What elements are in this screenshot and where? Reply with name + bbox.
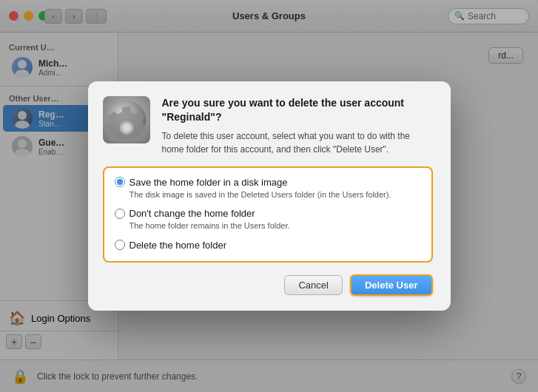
radio-save-disk[interactable] bbox=[115, 177, 125, 187]
dialog-header: Are you sure you want to delete the user… bbox=[103, 96, 433, 155]
radio-delete-home[interactable] bbox=[115, 240, 125, 250]
delete-user-dialog: Are you sure you want to delete the user… bbox=[88, 81, 451, 310]
delete-user-button[interactable]: Delete User bbox=[350, 274, 433, 296]
dialog-title-area: Are you sure you want to delete the user… bbox=[162, 96, 433, 155]
dialog-overlay: Are you sure you want to delete the user… bbox=[0, 0, 538, 392]
radio-option-save-disk: Save the home folder in a disk image The… bbox=[115, 177, 421, 200]
radio-row-save-disk: Save the home folder in a disk image bbox=[115, 177, 421, 188]
radio-desc-save-disk: The disk image is saved in the Deleted U… bbox=[130, 189, 421, 200]
radio-option-dont-change: Don't change the home folder The home fo… bbox=[115, 208, 421, 232]
svg-point-9 bbox=[123, 125, 130, 132]
dialog-buttons: Cancel Delete User bbox=[103, 274, 433, 296]
dialog-title: Are you sure you want to delete the user… bbox=[162, 96, 433, 123]
radio-label-save-disk: Save the home folder in a disk image bbox=[130, 177, 288, 188]
radio-label-dont-change: Don't change the home folder bbox=[130, 208, 255, 219]
radio-label-delete-home: Delete the home folder bbox=[130, 240, 227, 251]
dialog-subtitle: To delete this user account, select what… bbox=[162, 129, 433, 156]
cancel-button[interactable]: Cancel bbox=[284, 275, 342, 295]
radio-row-dont-change: Don't change the home folder bbox=[115, 208, 421, 219]
radio-dont-change[interactable] bbox=[115, 209, 125, 219]
radio-option-delete-home: Delete the home folder bbox=[115, 240, 421, 251]
radio-desc-dont-change: The home folder remains in the Users fol… bbox=[130, 220, 421, 232]
home-folder-options: Save the home folder in a disk image The… bbox=[103, 166, 433, 263]
settings-gear-icon bbox=[103, 96, 150, 143]
radio-row-delete-home: Delete the home folder bbox=[115, 240, 421, 251]
